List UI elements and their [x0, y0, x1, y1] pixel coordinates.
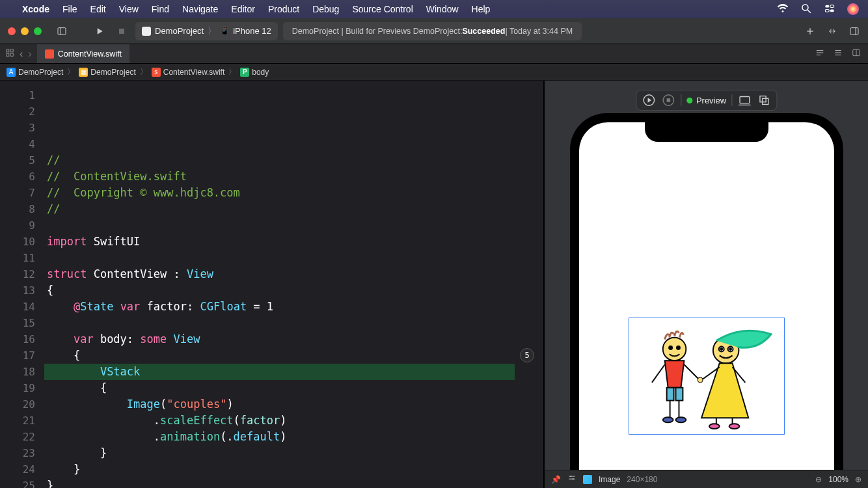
wifi-icon[interactable] [777, 3, 789, 16]
svg-rect-3 [830, 5, 834, 7]
window-controls [8, 27, 42, 35]
svg-point-52 [709, 424, 719, 429]
folder-icon: ▦ [79, 68, 88, 77]
preview-pane: Preview [545, 81, 868, 488]
svg-point-45 [720, 348, 722, 350]
image-type-icon [583, 475, 592, 484]
menubar-view[interactable]: View [119, 4, 139, 14]
tab-contentview[interactable]: ContentView.swift [37, 44, 129, 63]
preview-duplicate-icon[interactable] [757, 93, 771, 107]
live-preview-icon[interactable] [642, 93, 656, 107]
user-avatar-icon[interactable] [847, 3, 859, 15]
menubar-editor[interactable]: Editor [231, 4, 255, 14]
svg-rect-28 [740, 97, 750, 103]
menubar-debug[interactable]: Debug [312, 4, 339, 14]
stop-button[interactable] [113, 23, 130, 40]
device-screen[interactable] [579, 122, 834, 470]
svg-rect-14 [10, 49, 13, 51]
breadcrumb-folder[interactable]: DemoProject [90, 68, 135, 77]
svg-rect-2 [825, 5, 829, 7]
tab-label: ContentView.swift [58, 49, 122, 59]
preview-device-icon[interactable] [737, 93, 752, 107]
nav-back-icon[interactable]: ‹ [20, 48, 23, 60]
svg-point-39 [662, 417, 673, 422]
pin-icon[interactable]: 📌 [551, 475, 561, 484]
svg-rect-4 [825, 9, 829, 12]
selected-element-name: Image [599, 475, 620, 484]
minimize-window-button[interactable] [21, 27, 29, 35]
add-editor-icon[interactable] [851, 48, 861, 60]
svg-rect-16 [10, 53, 13, 56]
svg-point-53 [729, 424, 739, 429]
line-gutter: 1234567891011121314151617181920212223242… [0, 81, 44, 488]
project-icon: A [7, 68, 16, 77]
svg-rect-13 [7, 49, 9, 51]
selectable-preview-icon[interactable] [661, 93, 675, 107]
swift-file-icon [45, 49, 54, 59]
adjust-icon[interactable] [567, 474, 576, 485]
library-icon[interactable] [824, 23, 841, 40]
svg-line-41 [651, 364, 664, 383]
svg-rect-11 [850, 27, 858, 34]
status-result: Succeeded [462, 27, 505, 36]
jump-bar[interactable]: A DemoProject 〉 ▦ DemoProject 〉 s Conten… [0, 64, 868, 81]
zoom-level[interactable]: 100% [828, 475, 848, 484]
code-editor[interactable]: 1234567891011121314151617181920212223242… [0, 81, 543, 488]
preview-label-group[interactable]: Preview [686, 96, 726, 105]
svg-point-40 [675, 417, 686, 422]
add-icon[interactable] [802, 23, 819, 40]
svg-rect-15 [7, 53, 9, 56]
selected-image-view[interactable] [629, 318, 785, 435]
svg-rect-27 [666, 98, 670, 102]
zoom-out-icon[interactable]: ⊖ [815, 475, 822, 484]
preview-toolbar: Preview [636, 90, 777, 111]
breadcrumb-file[interactable]: ContentView.swift [163, 68, 225, 77]
svg-line-42 [684, 364, 699, 379]
svg-point-47 [729, 348, 731, 350]
svg-rect-30 [760, 96, 766, 102]
menubar-find[interactable]: Find [152, 4, 169, 14]
breadcrumb-project[interactable]: DemoProject [18, 68, 63, 77]
activity-status[interactable]: DemoProject | Build for Previews DemoPro… [283, 22, 582, 40]
menubar-product[interactable]: Product [268, 4, 299, 14]
related-items-icon[interactable] [5, 48, 14, 60]
inspector-toggle-icon[interactable] [846, 23, 863, 40]
navigator-toggle-icon[interactable] [53, 23, 70, 40]
svg-rect-6 [58, 27, 66, 34]
menubar-file[interactable]: File [62, 4, 77, 14]
selected-element-dims: 240×180 [627, 475, 657, 484]
status-prefix: DemoProject | Build for Previews DemoPro… [292, 27, 463, 36]
svg-point-57 [570, 476, 571, 477]
control-center-icon[interactable] [824, 3, 835, 16]
device-notch [645, 122, 768, 142]
run-button[interactable] [91, 23, 108, 40]
swift-icon: s [152, 68, 161, 77]
svg-point-32 [662, 338, 686, 361]
scheme-project: DemoProject [155, 26, 204, 36]
adjust-editor-icon[interactable] [833, 48, 843, 60]
menubar-edit[interactable]: Edit [90, 4, 106, 14]
nav-forward-icon[interactable]: › [28, 48, 31, 60]
menubar-app-name[interactable]: Xcode [22, 4, 49, 14]
close-window-button[interactable] [8, 27, 16, 35]
search-icon[interactable] [800, 3, 812, 16]
svg-rect-36 [675, 388, 683, 401]
menubar-sourcecontrol[interactable]: Source Control [352, 4, 413, 14]
scheme-selector[interactable]: DemoProject 〉 📱 iPhone 12 [135, 22, 278, 40]
minimap-icon[interactable] [815, 48, 825, 60]
svg-rect-5 [830, 9, 834, 12]
svg-point-58 [573, 478, 574, 480]
property-icon: P [240, 68, 249, 77]
preview-label: Preview [696, 96, 726, 105]
status-dot-icon [686, 98, 692, 103]
zoom-in-icon[interactable]: ⊕ [855, 475, 861, 484]
menubar-window[interactable]: Window [426, 4, 459, 14]
svg-rect-8 [119, 29, 124, 34]
breadcrumb-symbol[interactable]: body [252, 68, 269, 77]
zoom-window-button[interactable] [34, 27, 42, 35]
svg-point-34 [677, 346, 680, 349]
svg-point-0 [802, 5, 808, 10]
menubar-help[interactable]: Help [472, 4, 491, 14]
menubar-navigate[interactable]: Navigate [182, 4, 218, 14]
xcode-toolbar: DemoProject 〉 📱 iPhone 12 DemoProject | … [0, 18, 868, 44]
